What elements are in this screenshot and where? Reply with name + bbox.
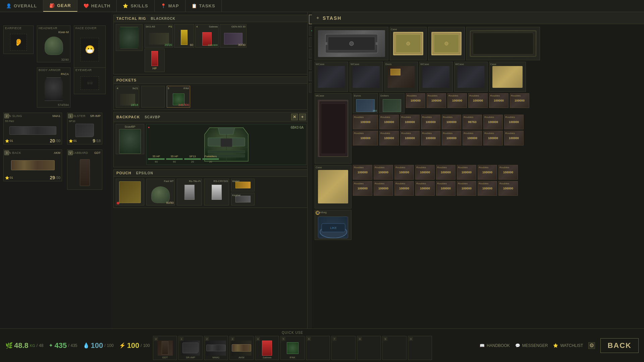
tab-gear[interactable]: 🎒 GEAR — [43, 0, 77, 12]
stash-case-beige-1[interactable]: Case — [390, 27, 427, 60]
stash-roubles-r2[interactable]: Roubles 100000 — [374, 165, 393, 180]
tab-health[interactable]: ❤️ HEALTH — [77, 0, 117, 12]
slot-holster[interactable]: 1 HOLSTER SR-IMP SP10 ⭐ 01 9 /18 — [67, 113, 102, 144]
stash-case-sm[interactable]: Case — [489, 62, 526, 92]
stash-case-beige-2[interactable] — [428, 27, 465, 60]
stash-euros[interactable]: Euros 392 — [353, 93, 378, 113]
stash-roubles-r14[interactable]: Roubles 100000 — [457, 181, 476, 196]
quick-slot-7[interactable]: 7 — [331, 336, 356, 360]
tab-overall[interactable]: 👤 OVERALL — [0, 0, 43, 12]
rig-slot-5[interactable]: HP — [145, 49, 165, 72]
slot-eyewear[interactable]: EYEWEAR 🕶 — [74, 67, 106, 94]
stash-wcase-1[interactable]: WCase — [315, 62, 348, 92]
pocket-slot-3[interactable]: 5 IFAK 345/300 — [167, 86, 190, 108]
stash-roubles-21[interactable]: Roubles 100000 — [483, 131, 503, 145]
stash-roubles-r13[interactable]: Roubles 100000 — [436, 181, 455, 196]
stash-roubles-r12[interactable]: Roubles 100000 — [415, 181, 435, 196]
stash-wcase-4[interactable]: WCase — [454, 62, 488, 92]
pouch-main-slot[interactable] — [116, 179, 144, 205]
quick-slot-5[interactable]: 5 IFAK — [280, 336, 305, 360]
messenger-button[interactable]: 💬 MESSENGER — [515, 343, 548, 348]
stash-roubles-15[interactable]: Roubles 100000 — [353, 131, 378, 145]
stash-dollars[interactable]: Dollars — [379, 93, 405, 113]
stash-roubles-r1[interactable]: Roubles 100000 — [353, 165, 372, 180]
tab-skills[interactable]: ⭐ SKILLS — [117, 0, 154, 12]
stash-roubles-3[interactable]: Roubles 100000 — [447, 93, 467, 108]
handbook-button[interactable]: 📖 HANDBOOK — [480, 343, 510, 348]
stash-roubles-4[interactable]: Roubles 100000 — [468, 93, 488, 108]
pocket-slot-1[interactable]: 4 9x21 18/18 — [116, 86, 139, 108]
pouch-slot-3[interactable]: RS-CRYSIS — [204, 179, 229, 205]
stash-roubles-1[interactable]: Roubles 100000 — [406, 93, 425, 108]
quick-slot-v[interactable]: V GDT — [153, 336, 177, 360]
stash-roubles-r5[interactable]: Roubles 100000 — [436, 165, 455, 180]
stash-roubles-r3[interactable]: Roubles 100000 — [394, 165, 414, 180]
stash-roubles-6[interactable]: Roubles 100000 — [510, 93, 529, 108]
quick-slot-0[interactable]: 0 — [408, 336, 432, 360]
stash-roubles-18[interactable]: Roubles 100000 — [421, 131, 440, 145]
stash-large-case[interactable] — [315, 27, 388, 60]
stash-roubles-10[interactable]: Roubles 100000 — [421, 115, 440, 129]
stash-roubles-r6[interactable]: Roubles 100000 — [457, 165, 476, 180]
stash-roubles-17[interactable]: Roubles 100000 — [400, 131, 420, 145]
stash-roubles-11[interactable]: Roubles 100000 — [442, 115, 461, 129]
pocket-slot-2[interactable] — [141, 86, 165, 108]
close-button[interactable]: ✕ — [291, 114, 298, 120]
stash-roubles-9[interactable]: Roubles 100000 — [400, 115, 420, 129]
slot-scabbard[interactable]: V SCABBARD GDT — [67, 149, 102, 190]
rig-main-slot[interactable] — [116, 24, 143, 51]
slot-onback[interactable]: 3 ON BACK AKM ⭐ 01 29 /30 — [3, 149, 62, 181]
back-button[interactable]: BACK — [600, 338, 639, 353]
stash-roubles-2[interactable]: Roubles 100000 — [427, 93, 446, 108]
stash-roubles-r9[interactable]: Roubles 100000 — [353, 181, 372, 196]
stash-roubles-19[interactable]: Roubles 100000 — [442, 131, 461, 145]
stash-roubles-7[interactable]: Roubles 100000 — [353, 115, 378, 129]
stash-roubles-r4[interactable]: Roubles 100000 — [415, 165, 435, 180]
stash-roubles-22[interactable]: Roubles 100000 — [504, 131, 524, 145]
backpack-main-slot[interactable]: ScavBP — [116, 124, 144, 154]
stash-roubles-r11[interactable]: Roubles 100000 — [394, 181, 414, 196]
pouch-wallet-slot[interactable]: Wallet — [231, 179, 255, 191]
stash-roubles-5[interactable]: Roubles 100000 — [489, 93, 508, 108]
pouch-slot-2[interactable]: Rs-Tito-Fr — [177, 179, 202, 205]
slot-earpiece[interactable]: EARPIECE 👂 — [3, 25, 34, 54]
quick-slot-2[interactable]: 2 M4A1 — [204, 336, 228, 360]
stash-roubles-r10[interactable]: Roubles 100000 — [374, 181, 393, 196]
stash-roubles-r8[interactable]: Roubles 100000 — [498, 165, 518, 180]
stash-roubles-16[interactable]: Roubles 100000 — [379, 131, 399, 145]
stash-wcase-3[interactable]: WCase — [419, 62, 453, 92]
stash-roubles-8[interactable]: Roubles 100000 — [379, 115, 399, 129]
slot-bodyarmor[interactable]: BODY ARMOR PACA 574/594 — [37, 67, 70, 108]
quick-slot-4[interactable]: 4 Salewa — [255, 336, 279, 360]
stash-roubles-r16[interactable]: Roubles 100000 — [498, 181, 518, 196]
rig-slot-3[interactable]: 4 Salewa 100/400 — [195, 24, 219, 48]
stash-case-row4[interactable]: Case — [315, 165, 352, 208]
stash-roubles-13[interactable]: Roubles 100000 — [483, 115, 503, 129]
stash-wcase-2[interactable]: WCase — [350, 62, 383, 92]
tab-map[interactable]: 📍 MAP — [155, 0, 185, 12]
stash-waistbag[interactable]: Waistbag LIKE ⬛ — [315, 210, 352, 240]
settings-icon[interactable]: ⚙ — [588, 342, 595, 349]
quick-slot-3[interactable]: 3 AKM — [229, 336, 254, 360]
rig-slot-2[interactable]: 60 — [174, 24, 194, 48]
stash-wide-case[interactable] — [466, 27, 540, 60]
quick-slot-8[interactable]: 8 — [357, 336, 381, 360]
slot-facecover[interactable]: FACE COVER 😷 — [74, 25, 106, 69]
rig-slot-4[interactable]: GEN-M3 30 30/30 — [220, 24, 247, 48]
stash-docs-case[interactable]: Docs — [384, 62, 418, 92]
stash-roubles-r15[interactable]: Roubles 100000 — [478, 181, 497, 196]
slot-headwear[interactable]: HEADWEAR Kiver-M 32/40 — [37, 25, 70, 62]
quick-slot-6[interactable]: 6 — [306, 336, 330, 360]
pouch-slot-1[interactable]: Fast MT 80/80 — [146, 179, 175, 205]
slot-onsling[interactable]: 2 ON SLING M4A1 55 FMJ ⭐ 01 20 /30 — [3, 113, 62, 144]
quick-slot-1[interactable]: 1 SR-IMP — [178, 336, 203, 360]
expand-button[interactable]: + — [299, 114, 306, 120]
quick-slot-9[interactable]: 9 — [382, 336, 407, 360]
stash-roubles-r7[interactable]: Roubles 100000 — [478, 165, 497, 180]
stash-roubles-14[interactable]: Roubles 100000 — [504, 115, 524, 129]
stash-roubles-20[interactable]: Roubles 100000 — [463, 131, 482, 145]
watchlist-button[interactable]: ⭐ WATCHLIST — [553, 343, 583, 348]
backpack-armor-slot[interactable]: 6B43 6A — [146, 124, 307, 165]
rig-slot-1[interactable]: SKS-A5 PS 20/20 — [145, 24, 173, 48]
tab-tasks[interactable]: 📋 TASKS — [185, 0, 222, 12]
